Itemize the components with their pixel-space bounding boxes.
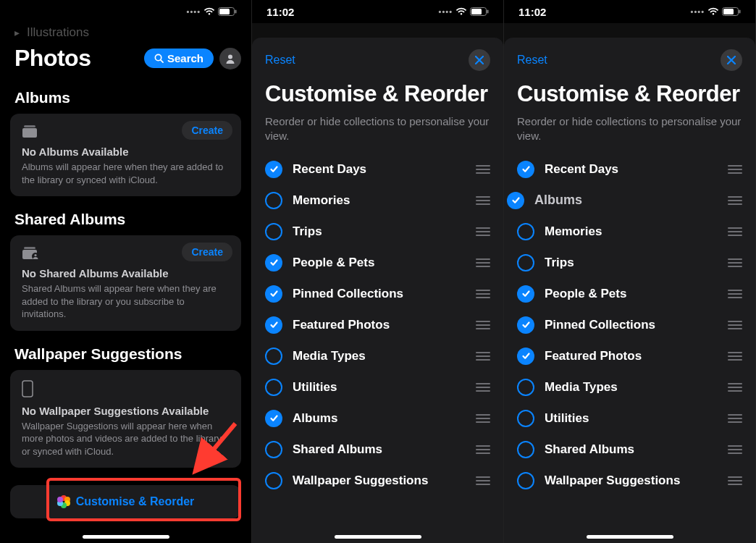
battery-icon: [470, 7, 489, 16]
section-wallpaper-title: Wallpaper Suggestions: [0, 331, 251, 370]
drag-handle-icon[interactable]: [728, 227, 742, 236]
drag-handle-icon[interactable]: [728, 196, 742, 205]
drag-handle-icon[interactable]: [476, 165, 490, 174]
create-album-button[interactable]: Create: [182, 121, 232, 140]
visibility-toggle[interactable]: [517, 316, 534, 334]
visibility-toggle[interactable]: [517, 223, 534, 240]
visibility-toggle[interactable]: [517, 410, 534, 427]
status-time: 11:02: [518, 6, 546, 18]
section-shared-title: Shared Albums: [0, 196, 251, 235]
visibility-toggle[interactable]: [517, 161, 534, 178]
visibility-toggle[interactable]: [265, 379, 282, 396]
collection-row[interactable]: Pinned Collections: [265, 278, 490, 309]
visibility-toggle[interactable]: [517, 254, 534, 272]
collection-row[interactable]: Albums: [265, 403, 490, 434]
collection-row[interactable]: Memories: [265, 185, 490, 216]
drag-handle-icon[interactable]: [728, 290, 742, 298]
drag-handle-icon[interactable]: [476, 290, 490, 298]
visibility-toggle[interactable]: [265, 348, 282, 365]
home-indicator: [83, 535, 169, 539]
checkmark-icon: [269, 413, 279, 423]
bg-row-illustrations: ▸ Illustrations: [0, 23, 251, 42]
collection-row[interactable]: Wallpaper Suggestions: [265, 465, 490, 496]
visibility-toggle[interactable]: [265, 316, 282, 334]
collection-row[interactable]: Recent Days: [265, 153, 490, 185]
checkmark-icon: [521, 351, 531, 361]
drag-handle-icon[interactable]: [476, 414, 490, 423]
collection-row[interactable]: Memories: [517, 216, 742, 247]
visibility-toggle[interactable]: [265, 192, 282, 209]
collection-row[interactable]: People & Pets: [265, 247, 490, 278]
drag-handle-icon[interactable]: [476, 445, 490, 454]
svg-rect-7: [22, 128, 37, 138]
profile-button[interactable]: [219, 48, 241, 70]
collection-row[interactable]: Trips: [517, 247, 742, 278]
visibility-toggle[interactable]: [265, 161, 282, 178]
shared-empty-head: No Shared Albums Available: [22, 267, 230, 279]
visibility-toggle[interactable]: [265, 410, 282, 427]
collection-row[interactable]: Featured Photos: [265, 309, 490, 340]
close-button[interactable]: [469, 49, 490, 71]
screen-1-photos: •••• ▸ Illustrations Photos Search Album…: [0, 0, 252, 543]
reset-button[interactable]: Reset: [517, 54, 547, 67]
drag-handle-icon[interactable]: [476, 196, 490, 205]
create-shared-button[interactable]: Create: [182, 243, 232, 261]
reset-button[interactable]: Reset: [265, 54, 295, 67]
drag-handle-icon[interactable]: [728, 414, 742, 423]
drag-handle-icon[interactable]: [476, 321, 490, 329]
collection-label: Recent Days: [293, 162, 466, 177]
wallpaper-empty-sub: Wallpaper Suggestions will appear here w…: [22, 420, 230, 458]
collection-label: Media Types: [545, 380, 718, 395]
sheet-subtitle: Reorder or hide collections to personali…: [265, 114, 490, 144]
screen-3-reordering: 11:02 •••• Reset Customise & Reorder Reo…: [504, 0, 756, 543]
customise-sheet: Reset Customise & Reorder Reorder or hid…: [504, 38, 755, 543]
drag-handle-icon[interactable]: [476, 476, 490, 485]
visibility-toggle[interactable]: [507, 192, 524, 209]
drag-handle-icon[interactable]: [728, 258, 742, 267]
collection-row[interactable]: Shared Albums: [265, 434, 490, 465]
drag-handle-icon[interactable]: [728, 445, 742, 454]
collection-label: Recent Days: [545, 162, 718, 177]
drag-handle-icon[interactable]: [728, 383, 742, 392]
collection-row[interactable]: Albums: [504, 185, 742, 216]
collection-row[interactable]: Featured Photos: [517, 340, 742, 371]
wallpaper-empty-card: No Wallpaper Suggestions Available Wallp…: [10, 370, 241, 468]
collection-row[interactable]: Media Types: [265, 340, 490, 371]
visibility-toggle[interactable]: [517, 441, 534, 458]
drag-handle-icon[interactable]: [476, 383, 490, 392]
visibility-toggle[interactable]: [517, 285, 534, 303]
collection-row[interactable]: Wallpaper Suggestions: [517, 465, 742, 496]
collection-row[interactable]: People & Pets: [517, 278, 742, 309]
drag-handle-icon[interactable]: [476, 258, 490, 267]
visibility-toggle[interactable]: [265, 441, 282, 458]
collection-row[interactable]: Utilities: [517, 403, 742, 434]
collection-row[interactable]: Trips: [265, 216, 490, 247]
drag-handle-icon[interactable]: [476, 227, 490, 236]
visibility-toggle[interactable]: [517, 348, 534, 365]
drag-handle-icon[interactable]: [476, 352, 490, 361]
collection-row[interactable]: Media Types: [517, 371, 742, 403]
collection-row[interactable]: Pinned Collections: [517, 309, 742, 340]
visibility-toggle[interactable]: [265, 254, 282, 272]
collection-label: Featured Photos: [545, 349, 718, 363]
visibility-toggle[interactable]: [265, 285, 282, 303]
visibility-toggle[interactable]: [517, 379, 534, 396]
close-button[interactable]: [721, 49, 742, 71]
drag-handle-icon[interactable]: [728, 352, 742, 361]
visibility-toggle[interactable]: [265, 472, 282, 489]
visibility-toggle[interactable]: [517, 472, 534, 489]
svg-point-5: [228, 54, 232, 59]
collection-row[interactable]: Shared Albums: [517, 434, 742, 465]
collection-row[interactable]: Utilities: [265, 371, 490, 403]
collection-label: Albums: [293, 411, 466, 426]
drag-handle-icon[interactable]: [728, 476, 742, 485]
drag-handle-icon[interactable]: [728, 321, 742, 329]
visibility-toggle[interactable]: [265, 223, 282, 240]
battery-icon: [218, 7, 237, 16]
search-button[interactable]: Search: [144, 49, 214, 68]
status-right: ••••: [187, 7, 237, 16]
customise-reorder-button[interactable]: Customise & Reorder: [10, 485, 241, 518]
shared-empty-sub: Shared Albums will appear here when they…: [22, 282, 230, 321]
drag-handle-icon[interactable]: [728, 165, 742, 174]
collection-row[interactable]: Recent Days: [517, 153, 742, 185]
